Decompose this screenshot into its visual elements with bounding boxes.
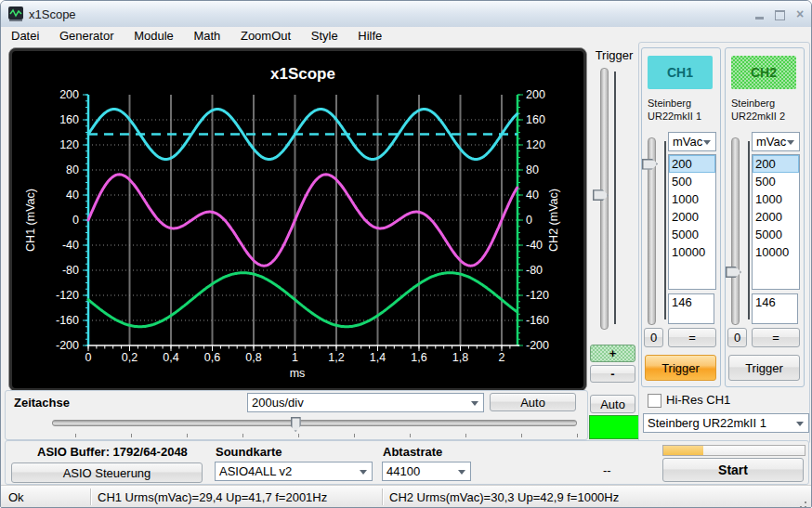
- ch2-range-option[interactable]: 10000: [753, 243, 799, 261]
- menu-item-zoomout[interactable]: ZoomOut: [232, 27, 299, 45]
- ch1-range-list[interactable]: 200 500 1000 2000 5000 10000: [668, 154, 716, 290]
- trigger-auto-button[interactable]: Auto: [590, 395, 635, 413]
- trigger-slider-scale: [614, 72, 616, 324]
- ch1-value-box[interactable]: 146: [668, 293, 714, 324]
- soundcard-select[interactable]: ASIO4ALL v2: [215, 462, 373, 481]
- svg-text:CH2 (mVac): CH2 (mVac): [547, 189, 560, 252]
- ch1-range-option[interactable]: 500: [669, 173, 715, 190]
- ch1-measurements: CH1 Urms(mVac)=29,4 Up=41,7 f=2001Hz: [98, 490, 327, 504]
- trigger-minus-button[interactable]: -: [590, 365, 635, 383]
- ch2-range-option[interactable]: 200: [753, 155, 799, 173]
- ch1-range-option[interactable]: 2000: [669, 208, 715, 226]
- scope-display: 00,20,40,60,811,21,41,61,822002001601601…: [8, 47, 587, 392]
- chevron-down-icon: [787, 140, 794, 145]
- ch2-trigger-button[interactable]: Trigger: [728, 355, 800, 381]
- ch2-zero-button[interactable]: 0: [727, 328, 747, 347]
- scope-plot: 00,20,40,60,811,21,41,61,822002001601601…: [9, 48, 584, 389]
- device-select[interactable]: Steinberg UR22mkII 1: [643, 413, 809, 433]
- svg-text:-200: -200: [56, 339, 79, 352]
- menu-item-generator[interactable]: Generator: [51, 27, 123, 45]
- menu-item-module[interactable]: Module: [125, 27, 182, 45]
- minimize-icon[interactable]: [752, 8, 768, 21]
- svg-text:200: 200: [59, 88, 79, 101]
- svg-text:-120: -120: [56, 289, 79, 302]
- start-button[interactable]: Start: [662, 458, 804, 482]
- maximize-icon[interactable]: [772, 8, 789, 21]
- samplerate-label: Abtastrate: [383, 445, 442, 459]
- menu-item-datei[interactable]: Datei: [3, 27, 47, 45]
- menu-item-math[interactable]: Math: [185, 27, 229, 45]
- svg-text:-80: -80: [62, 264, 79, 277]
- svg-text:-40: -40: [526, 239, 543, 252]
- svg-text:x1Scope: x1Scope: [270, 65, 335, 83]
- svg-text:CH1 (mVac): CH1 (mVac): [24, 189, 37, 252]
- ch1-device-label: SteinbergUR22mkII 1: [648, 97, 701, 123]
- ch1-unit-select[interactable]: mVac: [668, 132, 716, 151]
- samplerate-select[interactable]: 44100: [382, 462, 471, 481]
- ch2-range-option[interactable]: 5000: [753, 226, 799, 243]
- ch1-range-option[interactable]: 5000: [669, 226, 715, 243]
- trigger-label: Trigger: [590, 48, 638, 62]
- timebase-auto-button[interactable]: Auto: [490, 393, 576, 411]
- app-icon: [8, 7, 23, 21]
- svg-text:-200: -200: [526, 339, 549, 352]
- ch2-panel: CH2 SteinbergUR22mkII 2 mVac 200 500 100…: [725, 47, 805, 387]
- ch2-header-button[interactable]: CH2: [731, 56, 796, 89]
- ch2-range-option[interactable]: 2000: [753, 208, 799, 226]
- ch1-range-option[interactable]: 1000: [669, 190, 715, 208]
- progress-fill: [663, 446, 703, 455]
- resize-grip-icon[interactable]: [805, 501, 806, 503]
- menu-item-hilfe[interactable]: Hilfe: [349, 27, 390, 45]
- ch2-measurements: CH2 Urms(mVac)=30,3 Up=42,9 f=1000Hz: [389, 490, 619, 504]
- status-text: Ok: [8, 490, 24, 504]
- svg-text:0,4: 0,4: [163, 351, 178, 364]
- svg-text:1: 1: [292, 351, 298, 364]
- ch2-eq-button[interactable]: =: [752, 328, 800, 347]
- svg-text:40: 40: [66, 189, 79, 202]
- soundcard-label: Soundkarte: [216, 445, 282, 459]
- chevron-down-icon: [796, 422, 804, 426]
- trigger-status-indicator: [589, 415, 639, 439]
- app-window: x1Scope × Datei Generator Module Math Zo…: [0, 0, 812, 508]
- chevron-down-icon: [458, 470, 465, 475]
- ch2-range-list[interactable]: 200 500 1000 2000 5000 10000: [752, 154, 800, 290]
- close-icon[interactable]: ×: [792, 7, 808, 20]
- title-bar[interactable]: x1Scope ×: [1, 1, 811, 28]
- menu-item-style[interactable]: Style: [303, 27, 347, 45]
- ch2-slider-scale: [748, 141, 750, 319]
- ch1-range-option[interactable]: 200: [669, 155, 715, 173]
- svg-text:0: 0: [85, 351, 92, 364]
- svg-text:80: 80: [66, 163, 79, 176]
- svg-text:0,8: 0,8: [245, 351, 261, 364]
- ch2-gain-slider[interactable]: [731, 137, 740, 325]
- svg-text:120: 120: [526, 138, 545, 151]
- asio-buffer-label: ASIO Buffer: 1792/64-2048: [37, 445, 188, 459]
- hires-checkbox[interactable]: [648, 394, 661, 408]
- ch2-range-option[interactable]: 1000: [753, 190, 799, 208]
- ch1-range-option[interactable]: 10000: [669, 243, 715, 261]
- svg-text:-80: -80: [526, 264, 543, 277]
- svg-text:0,2: 0,2: [122, 351, 138, 364]
- chevron-down-icon: [471, 401, 478, 406]
- ch2-unit-select[interactable]: mVac: [752, 132, 800, 151]
- svg-text:-160: -160: [56, 314, 79, 327]
- ch1-eq-button[interactable]: =: [668, 328, 716, 347]
- trigger-plus-button[interactable]: +: [590, 345, 635, 362]
- svg-text:80: 80: [526, 163, 539, 176]
- svg-text:1,4: 1,4: [370, 351, 386, 364]
- svg-text:160: 160: [526, 113, 545, 126]
- timebase-select[interactable]: 200us/div: [247, 393, 484, 412]
- asio-control-button[interactable]: ASIO Steuerung: [11, 462, 203, 483]
- ch1-slider-scale: [664, 141, 666, 319]
- status-bar: Ok CH1 Urms(mVac)=29,4 Up=41,7 f=2001Hz …: [1, 485, 811, 508]
- ch2-value-box[interactable]: 146: [752, 293, 798, 324]
- ch2-range-option[interactable]: 500: [753, 173, 799, 190]
- ch1-trigger-button[interactable]: Trigger: [645, 355, 716, 381]
- ch1-header-button[interactable]: CH1: [648, 56, 713, 89]
- svg-text:0: 0: [72, 214, 79, 227]
- ch1-panel: CH1 SteinbergUR22mkII 1 mVac 200 500 100…: [641, 47, 721, 387]
- chevron-down-icon: [360, 470, 367, 475]
- timebase-slider[interactable]: [52, 420, 577, 426]
- svg-text:1,6: 1,6: [411, 351, 426, 364]
- ch1-zero-button[interactable]: 0: [644, 328, 663, 347]
